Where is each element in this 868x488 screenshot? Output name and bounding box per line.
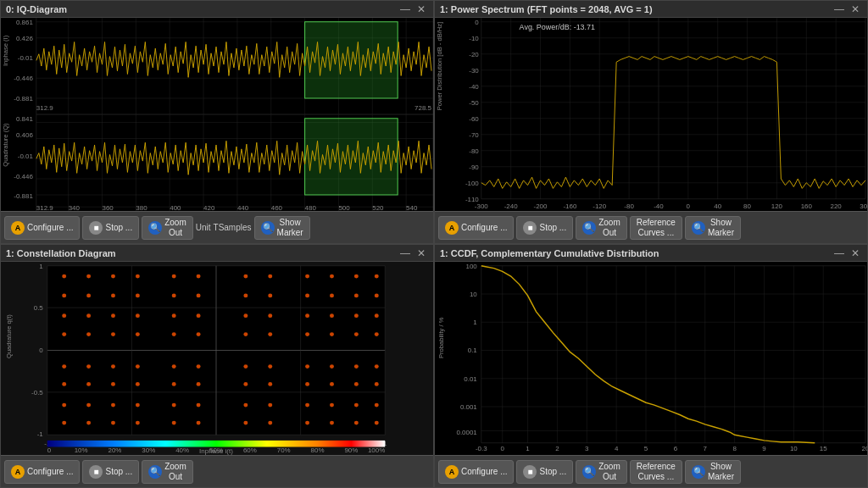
ccdf-reference-label: ReferenceCurves ...: [637, 462, 676, 482]
svg-point-201: [243, 382, 248, 386]
spectrum-zoom-button[interactable]: 🔍 ZoomOut: [576, 216, 627, 240]
svg-point-214: [268, 403, 272, 408]
svg-text:0.5: 0.5: [34, 304, 43, 312]
svg-text:-80: -80: [624, 202, 634, 210]
svg-point-162: [136, 313, 140, 318]
svg-text:20: 20: [862, 445, 867, 452]
iq-configure-label: Configure ...: [27, 223, 73, 233]
svg-point-177: [243, 332, 248, 336]
iq-close-button[interactable]: ✕: [415, 4, 428, 14]
svg-point-206: [375, 382, 379, 386]
constellation-stop-button[interactable]: ■ Stop ...: [82, 460, 139, 484]
iq-show-marker-label: ShowMarker: [277, 218, 303, 238]
svg-point-216: [330, 403, 334, 408]
iq-stop-button[interactable]: ■ Stop ...: [82, 216, 139, 240]
svg-text:2: 2: [555, 445, 559, 452]
svg-text:-80: -80: [469, 147, 479, 155]
spectrum-toolbar: A Configure ... ■ Stop ... 🔍 ZoomOut Ref…: [435, 211, 867, 243]
iq-zoom-label: ZoomOut: [164, 218, 186, 238]
svg-point-193: [354, 364, 359, 369]
iq-diagram-window-controls: — ✕: [398, 4, 428, 14]
constellation-close-button[interactable]: ✕: [415, 248, 428, 258]
configure-icon: A: [11, 221, 25, 235]
constellation-configure-button[interactable]: A Configure ...: [4, 460, 80, 484]
ccdf-header: 1: CCDF, Complementary Cumulative Distri…: [435, 245, 867, 262]
ccdf-zoom-icon: 🔍: [582, 465, 596, 479]
svg-text:80%: 80%: [311, 446, 325, 454]
ccdf-toolbar: A Configure ... ■ Stop ... 🔍 ZoomOut Ref…: [435, 455, 867, 487]
svg-point-195: [62, 382, 66, 386]
spectrum-header: 1: Power Spectrum (FFT points = 2048, AV…: [435, 1, 867, 18]
svg-text:-200: -200: [534, 202, 548, 210]
svg-point-159: [62, 313, 66, 318]
iq-zoom-button[interactable]: 🔍 ZoomOut: [142, 216, 193, 240]
constellation-header: 1: Constellation Diagram — ✕: [1, 245, 433, 262]
svg-point-180: [330, 332, 334, 336]
svg-point-153: [243, 294, 248, 298]
svg-text:Avg. Power/dB: -13.71: Avg. Power/dB: -13.71: [520, 23, 596, 31]
svg-text:480: 480: [305, 204, 317, 211]
svg-text:10: 10: [790, 445, 798, 452]
iq-unit-value: TSamples: [214, 223, 252, 233]
ccdf-show-marker-button[interactable]: 🔍 ShowMarker: [685, 460, 741, 484]
svg-text:-60: -60: [469, 115, 479, 123]
iq-minimize-button[interactable]: —: [398, 4, 413, 14]
iq-configure-button[interactable]: A Configure ...: [4, 216, 80, 240]
svg-point-208: [86, 403, 91, 408]
svg-point-224: [197, 421, 201, 425]
svg-point-222: [136, 421, 140, 425]
svg-text:-0.446: -0.446: [14, 173, 33, 180]
ccdf-stop-button[interactable]: ■ Stop ...: [516, 460, 573, 484]
svg-point-219: [62, 421, 66, 425]
iq-diagram-header: 0: IQ-Diagram — ✕: [1, 1, 433, 18]
constellation-minimize-button[interactable]: —: [398, 248, 413, 258]
spectrum-minimize-button[interactable]: —: [832, 4, 847, 14]
svg-text:100: 100: [466, 263, 478, 270]
svg-point-202: [268, 382, 272, 386]
svg-point-174: [136, 332, 140, 336]
spectrum-reference-button[interactable]: ReferenceCurves ...: [630, 216, 682, 240]
spectrum-reference-label: ReferenceCurves ...: [637, 218, 676, 238]
svg-text:-100: -100: [465, 180, 480, 187]
spectrum-close-button[interactable]: ✕: [849, 4, 862, 14]
svg-rect-231: [47, 441, 385, 447]
svg-text:1: 1: [526, 445, 529, 452]
ccdf-reference-button[interactable]: ReferenceCurves ...: [630, 460, 682, 484]
svg-point-192: [330, 364, 334, 369]
svg-point-147: [62, 294, 66, 298]
ccdf-minimize-button[interactable]: —: [832, 248, 847, 258]
svg-point-204: [330, 382, 334, 386]
svg-text:Inphase (I): Inphase (I): [2, 35, 9, 66]
svg-text:-40: -40: [654, 202, 664, 210]
svg-point-213: [243, 403, 248, 408]
svg-text:-160: -160: [563, 202, 577, 210]
svg-text:340: 340: [69, 204, 81, 211]
spectrum-show-marker-button[interactable]: 🔍 ShowMarker: [685, 216, 741, 240]
svg-point-171: [62, 332, 66, 336]
svg-text:0.406: 0.406: [16, 131, 33, 139]
svg-text:1: 1: [39, 263, 42, 270]
svg-point-154: [268, 294, 272, 298]
svg-text:-10: -10: [469, 35, 479, 42]
ccdf-window-controls: — ✕: [832, 248, 862, 258]
svg-point-199: [172, 382, 176, 386]
svg-text:-240: -240: [504, 202, 519, 210]
ccdf-zoom-button[interactable]: 🔍 ZoomOut: [576, 460, 627, 484]
spectrum-configure-button[interactable]: A Configure ...: [438, 216, 514, 240]
svg-text:-1: -1: [37, 430, 43, 438]
svg-point-187: [172, 364, 176, 369]
ccdf-configure-button[interactable]: A Configure ...: [438, 460, 514, 484]
constellation-zoom-button[interactable]: 🔍 ZoomOut: [142, 460, 193, 484]
svg-text:80: 80: [743, 202, 752, 210]
svg-text:7: 7: [704, 445, 707, 452]
ccdf-close-button[interactable]: ✕: [849, 248, 862, 258]
svg-text:60%: 60%: [243, 446, 257, 454]
svg-text:160: 160: [801, 202, 813, 210]
iq-show-marker-button[interactable]: 🔍 ShowMarker: [254, 216, 310, 240]
spectrum-stop-icon: ■: [523, 221, 537, 235]
svg-text:312.9: 312.9: [36, 104, 53, 112]
svg-point-194: [375, 364, 379, 369]
svg-point-200: [197, 382, 201, 386]
svg-text:40: 40: [714, 202, 722, 210]
spectrum-stop-button[interactable]: ■ Stop ...: [516, 216, 573, 240]
